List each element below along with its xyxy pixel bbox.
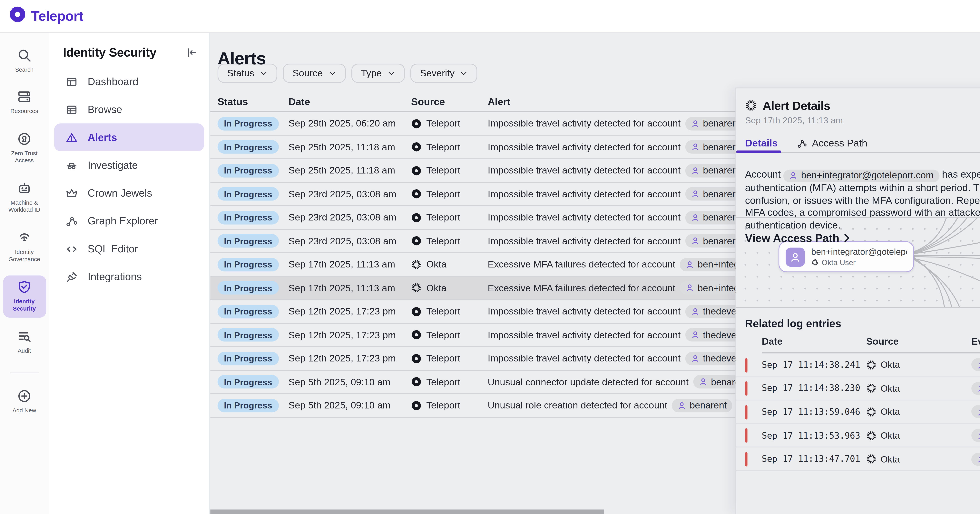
teleport-icon	[411, 306, 422, 317]
log-row[interactable]: Sep 17 11:13:53.963 Okta ben+integrator@…	[737, 424, 980, 447]
graph-nodes-icon	[65, 214, 78, 227]
add-new-icon	[17, 389, 32, 404]
alert-text: Unusual role creation detected for accou…	[488, 400, 667, 411]
filter-status[interactable]: Status	[218, 63, 277, 83]
person-icon	[699, 378, 708, 386]
filter-label: Severity	[420, 68, 455, 79]
account-chip[interactable]: ben+integrator@goteleport.com	[971, 382, 980, 395]
person-icon	[977, 431, 980, 440]
person-icon	[691, 143, 700, 152]
collapse-sidebar-icon[interactable]	[185, 46, 197, 59]
plug-icon	[65, 270, 78, 283]
sidenav-item-investigate[interactable]: Investigate	[54, 151, 204, 179]
sidenav-item-label: Integrations	[88, 271, 142, 282]
alert-source: Teleport	[426, 189, 460, 200]
account-name: benarent	[703, 235, 740, 246]
alert-date: Sep 12th 2025, 17:23 pm	[288, 329, 411, 341]
log-date: Sep 17 11:14:38.241	[762, 360, 866, 370]
log-row[interactable]: Sep 17 11:14:38.230 Okta ben+integrator@…	[737, 377, 980, 400]
filter-type[interactable]: Type	[352, 63, 405, 83]
filter-bar: Status Source Type Severity	[218, 63, 478, 83]
sidenav-item-browse[interactable]: Browse	[54, 95, 204, 123]
identity-governance-icon	[17, 230, 32, 245]
rail-item-audit[interactable]: Audit	[3, 325, 46, 359]
access-path-graph: View Access Path	[737, 217, 980, 308]
sidenav-item-integrations[interactable]: Integrations	[54, 263, 204, 290]
tab-access-path[interactable]: Access Path	[797, 138, 867, 149]
teleport-logo[interactable]: Teleport	[9, 5, 83, 26]
rail-item-label: Audit	[18, 347, 31, 355]
person-icon	[691, 307, 700, 316]
alert-triangle-icon	[65, 131, 78, 144]
rail-item-machine-workload-id[interactable]: Machine & Workload ID	[3, 177, 46, 219]
person-icon	[977, 408, 980, 417]
rail-item-resources[interactable]: Resources	[3, 86, 46, 120]
account-chip[interactable]: ben+integrator@goteleport.com	[971, 359, 980, 371]
log-source: Okta	[880, 360, 900, 370]
severity-indicator	[745, 428, 747, 443]
user-avatar-icon	[786, 247, 805, 266]
log-row[interactable]: Sep 17 11:13:47.701 Okta ben+integrator@…	[737, 447, 980, 471]
rail-item-label: Resources	[10, 108, 38, 116]
rail-item-identity-security[interactable]: Identity Security	[3, 275, 46, 317]
alert-text: Unusual connector update detected for ac…	[488, 376, 689, 387]
sidenav-item-dashboard[interactable]: Dashboard	[54, 68, 204, 95]
alert-date: Sep 5th 2025, 09:10 am	[288, 400, 411, 411]
account-chip[interactable]: benarent	[672, 399, 732, 412]
alert-source: Okta	[426, 282, 447, 293]
person-icon	[691, 354, 700, 363]
person-icon	[691, 119, 700, 128]
account-chip[interactable]: ben+integrator@goteleport.com	[971, 453, 980, 465]
rail-item-zero-trust-access[interactable]: Zero Trust Access	[3, 127, 46, 170]
alert-text: Impossible travel activity detected for …	[488, 306, 681, 317]
log-column-date: Date	[762, 336, 866, 347]
account-chip[interactable]: ben+integrator@goteleport.com	[783, 170, 939, 182]
alert-text: Impossible travel activity detected for …	[488, 189, 681, 200]
rail-item-search[interactable]: Search	[3, 44, 46, 79]
okta-icon	[866, 430, 877, 441]
access-path-node-user[interactable]: ben+integrator@goteleport.c... Okta User	[778, 241, 914, 272]
primary-nav: Search Resources Zero Trust Access Machi…	[0, 33, 49, 514]
sidenav-item-graph-explorer[interactable]: Graph Explorer	[54, 207, 204, 235]
node-subtitle: Okta User	[822, 258, 856, 267]
rail-item-label: Zero Trust Access	[3, 149, 45, 165]
alert-text: Impossible travel activity detected for …	[488, 118, 681, 129]
log-row[interactable]: Sep 17 11:14:38.241 Okta ben+integrator@…	[737, 354, 980, 377]
log-source: Okta	[880, 407, 900, 417]
okta-icon	[866, 407, 877, 417]
account-chip[interactable]: ben+integrator@goteleport.com	[971, 406, 980, 418]
filter-severity[interactable]: Severity	[410, 63, 478, 83]
crown-icon	[65, 187, 78, 199]
sidenav-item-crown-jewels[interactable]: Crown Jewels	[54, 179, 204, 207]
account-chip[interactable]: ben+integrator@goteleport.com	[971, 429, 980, 442]
alert-date: Sep 29th 2025, 06:20 am	[288, 118, 411, 129]
identity-security-icon	[17, 279, 32, 295]
tab-details[interactable]: Details	[745, 138, 778, 149]
sidenav-item-label: Browse	[88, 103, 122, 116]
rail-item-identity-governance[interactable]: Identity Governance	[3, 226, 46, 268]
rail-divider	[10, 373, 38, 374]
alert-text: Impossible travel activity detected for …	[488, 235, 681, 246]
sidenav-item-sql-editor[interactable]: SQL Editor	[54, 235, 204, 263]
status-badge: In Progress	[218, 117, 278, 130]
alert-text: Excessive MFA failures detected for acco…	[488, 282, 675, 293]
log-source: Okta	[880, 431, 900, 440]
teleport-gear-icon	[9, 5, 26, 26]
account-name: benarent	[703, 189, 740, 200]
alert-source: Okta	[426, 259, 447, 270]
alert-date: Sep 23rd 2025, 03:08 am	[288, 212, 411, 223]
rail-item-label: Machine & Workload ID	[3, 199, 45, 214]
view-access-path-link[interactable]: View Access Path	[745, 232, 850, 244]
rail-item-add-new[interactable]: Add New	[3, 385, 46, 419]
view-access-path-label: View Access Path	[745, 232, 839, 244]
alert-source: Teleport	[426, 306, 460, 317]
search-icon	[17, 48, 32, 63]
teleport-icon	[411, 189, 422, 199]
filter-source[interactable]: Source	[283, 63, 346, 83]
related-log-entries-heading: Related log entries	[745, 317, 841, 330]
horizontal-scrollbar[interactable]	[210, 509, 604, 514]
log-row[interactable]: Sep 17 11:13:59.046 Okta ben+integrator@…	[737, 401, 980, 424]
sidenav-item-alerts[interactable]: Alerts	[54, 123, 204, 151]
identity-security-sidenav: Identity Security Dashboard Browse Alert…	[49, 33, 210, 514]
browse-icon	[65, 103, 78, 116]
